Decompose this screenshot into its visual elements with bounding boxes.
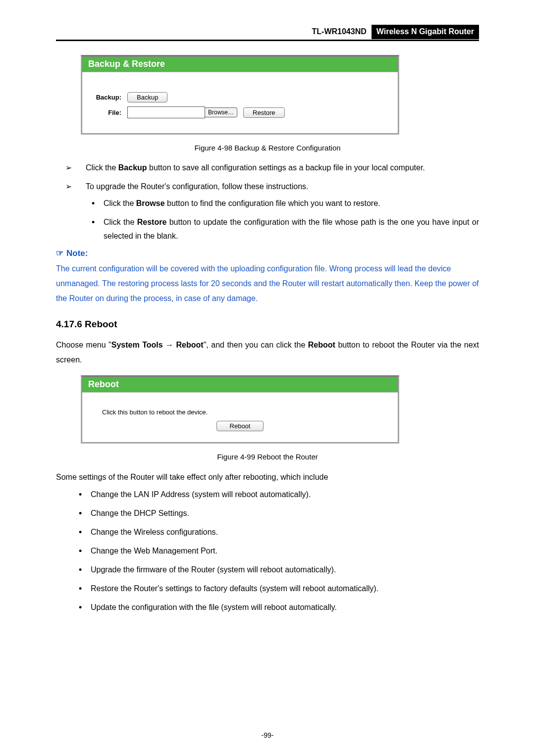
reboot-text: Click this button to reboot the device. [102,408,378,416]
backup-button[interactable]: Backup [127,92,167,102]
list-item: Change the LAN IP Address (system will r… [56,488,479,502]
list-item: Change the Web Management Port. [56,544,479,558]
dot-list: Click the Browse button to find the conf… [86,197,479,243]
file-row: File: Browse… Restore [89,106,391,118]
section-heading: 4.17.6 Reboot [56,319,479,330]
after-intro: Some settings of the Router will take ef… [56,470,479,485]
backup-restore-panel: Backup & Restore Backup: Backup File: Br… [81,55,399,135]
list-item: Change the DHCP Settings. [56,506,479,520]
list-item: Upgrade the firmware of the Router (syst… [56,563,479,577]
arrow-list: Click the Backup button to save all conf… [56,161,479,243]
reboot-button[interactable]: Reboot [216,421,264,431]
note-body: The current configuration will be covere… [56,261,479,306]
browse-button[interactable]: Browse… [205,107,237,117]
restore-button[interactable]: Restore [243,107,285,118]
list-item: Click the Restore button to update the c… [86,215,479,243]
list-item: Restore the Router's settings to factory… [56,582,479,596]
product: Wireless N Gigabit Router [372,25,479,39]
document-header: TL-WR1043ND Wireless N Gigabit Router [56,25,479,41]
page: TL-WR1043ND Wireless N Gigabit Router Ba… [0,0,535,756]
figure-caption: Figure 4-99 Reboot the Router [56,453,479,461]
backup-label: Backup: [89,94,121,101]
reboot-intro: Choose menu "System Tools → Reboot", and… [56,338,479,367]
list-item: Change the Wireless configurations. [56,525,479,539]
figure-caption: Figure 4-98 Backup & Restore Configurati… [56,144,479,152]
pointing-hand-icon: ☞ [56,249,63,258]
list-item: Update the configuration with the file (… [56,601,479,614]
file-input[interactable] [127,106,205,118]
reboot-panel: Reboot Click this button to reboot the d… [81,375,399,444]
note-heading: ☞Note: [56,248,479,258]
file-label: File: [89,109,121,116]
backup-row: Backup: Backup [89,92,391,102]
list-item: Click the Backup button to save all conf… [56,161,479,175]
panel-title: Backup & Restore [82,57,398,72]
panel-title: Reboot [82,377,398,392]
model: TL-WR1043ND [307,25,372,39]
page-number: -99- [0,731,535,739]
list-item: To upgrade the Router's configuration, f… [56,180,479,243]
list-item: Click the Browse button to find the conf… [86,197,479,210]
after-list: Change the LAN IP Address (system will r… [56,488,479,614]
